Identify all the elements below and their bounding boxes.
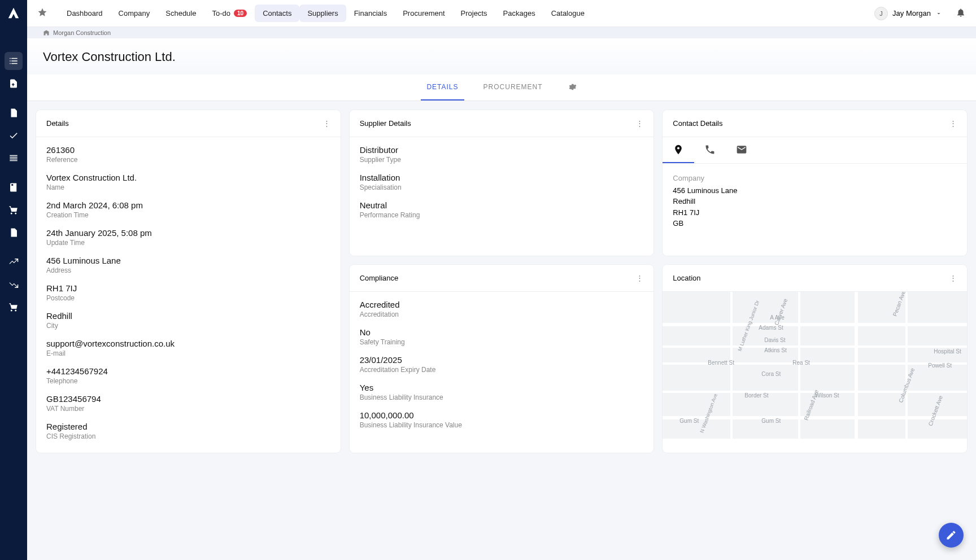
sidebar-list-icon[interactable] bbox=[5, 52, 23, 70]
nav-packages[interactable]: Packages bbox=[495, 5, 543, 22]
page-tab-details[interactable]: DETAILS bbox=[421, 75, 464, 100]
chevron-down-icon bbox=[935, 10, 942, 17]
nav-schedule[interactable]: Schedule bbox=[158, 5, 204, 22]
sidebar-page-icon[interactable] bbox=[5, 224, 23, 242]
details-postcode: RH1 7IJ bbox=[46, 283, 330, 293]
user-name: Jay Morgan bbox=[892, 9, 931, 18]
contact-tab-email[interactable] bbox=[726, 137, 757, 163]
compliance-expiry: 23/01/2025 bbox=[360, 355, 644, 365]
supplier-card: Supplier Details ⋮ DistributorSupplier T… bbox=[350, 110, 654, 256]
nav-projects[interactable]: Projects bbox=[453, 5, 495, 22]
sidebar-check-icon[interactable] bbox=[5, 126, 23, 145]
phone-icon bbox=[704, 144, 716, 155]
details-card-title: Details bbox=[46, 119, 69, 128]
app-logo[interactable] bbox=[7, 7, 20, 19]
edit-fab[interactable] bbox=[939, 523, 964, 548]
contact-card: Contact Details ⋮ Company 456 Luminous L… bbox=[663, 110, 967, 256]
location-icon bbox=[673, 144, 684, 155]
compliance-accreditation: Accredited bbox=[360, 300, 644, 309]
details-telephone: +441234567924 bbox=[46, 366, 330, 376]
details-email: support@vortexconstruction.co.uk bbox=[46, 339, 330, 348]
details-more-icon[interactable]: ⋮ bbox=[323, 119, 330, 128]
contact-tabs bbox=[663, 137, 967, 164]
contact-line4: GB bbox=[673, 218, 957, 229]
nav-todo-label: To-do bbox=[212, 9, 230, 18]
location-map[interactable]: A Ave Adams St Davis St Atkins St Bennet… bbox=[663, 292, 967, 439]
sidebar-cart2-icon[interactable] bbox=[5, 298, 23, 316]
user-avatar: J bbox=[874, 7, 888, 20]
page-title: Vortex Construction Ltd. bbox=[43, 50, 960, 64]
supplier-specialisation: Installation bbox=[360, 173, 644, 182]
details-vat: GB123456794 bbox=[46, 394, 330, 404]
compliance-bli: Yes bbox=[360, 383, 644, 392]
contact-tab-phone[interactable] bbox=[694, 137, 726, 163]
nav-suppliers[interactable]: Suppliers bbox=[299, 5, 346, 22]
details-name: Vortex Construction Ltd. bbox=[46, 173, 330, 182]
nav-procurement[interactable]: Procurement bbox=[395, 5, 452, 22]
page-tab-procurement[interactable]: PROCUREMENT bbox=[478, 75, 548, 100]
supplier-card-title: Supplier Details bbox=[360, 119, 411, 128]
details-creation: 2nd March 2024, 6:08 pm bbox=[46, 200, 330, 210]
contact-line2: Redhill bbox=[673, 196, 957, 207]
user-menu[interactable]: J Jay Morgan bbox=[874, 7, 942, 20]
nav-company[interactable]: Company bbox=[111, 5, 158, 22]
breadcrumb: Morgan Construction bbox=[27, 27, 976, 38]
supplier-type: Distributor bbox=[360, 145, 644, 155]
compliance-safety: No bbox=[360, 327, 644, 337]
building-icon bbox=[43, 29, 50, 36]
sidebar-cart-icon[interactable] bbox=[5, 201, 23, 219]
details-card: Details ⋮ 261360Reference Vortex Constru… bbox=[36, 110, 341, 453]
gear-icon bbox=[568, 82, 577, 91]
nav-contacts[interactable]: Contacts bbox=[255, 5, 299, 22]
location-more-icon[interactable]: ⋮ bbox=[949, 274, 957, 282]
nav-items: Dashboard Company Schedule To-do 10 Cont… bbox=[59, 5, 592, 22]
sidebar-upload-icon[interactable] bbox=[5, 75, 23, 93]
breadcrumb-company[interactable]: Morgan Construction bbox=[53, 29, 111, 36]
details-reference: 261360 bbox=[46, 145, 330, 155]
supplier-more-icon[interactable]: ⋮ bbox=[636, 119, 643, 128]
email-icon bbox=[736, 144, 747, 155]
sidebar-book-icon[interactable] bbox=[5, 178, 23, 196]
nav-todo[interactable]: To-do 10 bbox=[204, 5, 255, 22]
sidebar-trend-down-icon[interactable] bbox=[5, 275, 23, 294]
nav-financials[interactable]: Financials bbox=[346, 5, 395, 22]
star-icon[interactable] bbox=[37, 7, 47, 20]
sidebar-document-icon[interactable] bbox=[5, 104, 23, 122]
location-card: Location ⋮ A Ave Adams St Davis St Atkin… bbox=[663, 265, 967, 453]
content-grid: Details ⋮ 261360Reference Vortex Constru… bbox=[27, 101, 976, 560]
contact-line1: 456 Luminous Lane bbox=[673, 185, 957, 196]
page-tab-settings[interactable] bbox=[562, 75, 582, 100]
nav-dashboard[interactable]: Dashboard bbox=[59, 5, 111, 22]
compliance-card: Compliance ⋮ AccreditedAccreditation NoS… bbox=[350, 265, 654, 453]
contact-card-title: Contact Details bbox=[673, 119, 722, 128]
contact-tab-location[interactable] bbox=[663, 137, 694, 163]
compliance-card-title: Compliance bbox=[360, 274, 399, 282]
compliance-more-icon[interactable]: ⋮ bbox=[636, 274, 643, 282]
compliance-bliv: 10,000,000.00 bbox=[360, 410, 644, 420]
details-cis: Registered bbox=[46, 422, 330, 431]
pencil-icon bbox=[945, 530, 957, 541]
details-update: 24th January 2025, 5:08 pm bbox=[46, 228, 330, 238]
details-city: Redhill bbox=[46, 311, 330, 321]
notifications-icon[interactable] bbox=[956, 7, 966, 20]
page-tabs: DETAILS PROCUREMENT bbox=[421, 75, 582, 100]
details-address: 456 Luminous Lane bbox=[46, 256, 330, 265]
sidebar-trend-up-icon[interactable] bbox=[5, 253, 23, 271]
location-card-title: Location bbox=[673, 274, 700, 282]
sidebar-lines-icon[interactable] bbox=[5, 149, 23, 167]
todo-badge: 10 bbox=[234, 10, 247, 17]
contact-line3: RH1 7IJ bbox=[673, 207, 957, 218]
app-sidebar bbox=[0, 0, 27, 560]
contact-label: Company bbox=[673, 173, 957, 184]
contact-more-icon[interactable]: ⋮ bbox=[949, 119, 957, 128]
nav-catalogue[interactable]: Catalogue bbox=[543, 5, 592, 22]
supplier-performance: Neutral bbox=[360, 200, 644, 210]
top-nav: Dashboard Company Schedule To-do 10 Cont… bbox=[27, 0, 976, 27]
